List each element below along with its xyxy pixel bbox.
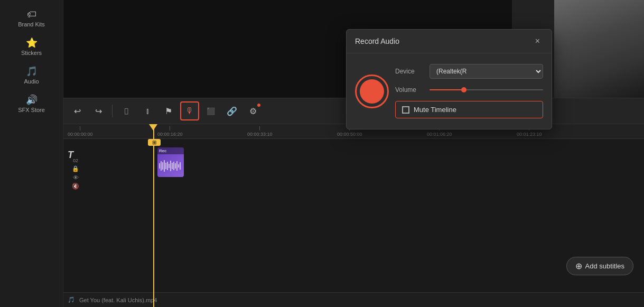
sidebar-item-label: Stickers bbox=[21, 50, 42, 56]
timeline-playhead bbox=[153, 124, 154, 307]
mute-label: Mute Timeline bbox=[414, 106, 456, 114]
sidebar-item-label: Audio bbox=[24, 78, 39, 85]
record-button[interactable] bbox=[355, 75, 389, 108]
sidebar-item-label: Brand Kits bbox=[18, 21, 45, 27]
toolbar-separator-1 bbox=[112, 105, 113, 117]
timeline-playhead-time: ⊞ bbox=[148, 139, 161, 146]
dialog-controls: Device (Realtek(R Volume bbox=[395, 64, 543, 118]
sidebar: 🏷 Brand Kits ⭐ Stickers 🎵 Audio 🔊 SFX St… bbox=[0, 0, 63, 307]
add-subtitles-button[interactable]: ⊕ Add subtitles bbox=[566, 257, 633, 275]
dialog-body: Device (Realtek(R Volume bbox=[347, 53, 552, 129]
svg-rect-11 bbox=[176, 161, 178, 171]
audio-track-label: Get You (feat. Kali Uchis).mp4 bbox=[79, 297, 157, 303]
sfx-store-icon: 🔊 bbox=[26, 95, 38, 105]
track-mute-icon[interactable]: 🔇 bbox=[72, 183, 79, 190]
dialog-close-button[interactable]: × bbox=[532, 36, 543, 46]
main-area: ⏸ ▶ ⏹ ↩ ↪ ⌷ ⫿ ⚑ 🎙 ⬛ 🔗 ⚙ 00:00:00:00 bbox=[63, 0, 644, 307]
svg-rect-7 bbox=[170, 161, 171, 171]
volume-slider-container bbox=[430, 89, 543, 90]
trim-button[interactable]: ⌷ bbox=[117, 101, 136, 120]
volume-label: Volume bbox=[395, 86, 424, 94]
record-audio-button[interactable]: 🎙 bbox=[180, 101, 199, 120]
track-row: 02 🔒 👁 🔇 Rec bbox=[83, 147, 640, 184]
caption-button[interactable]: ⬛ bbox=[201, 101, 220, 120]
svg-rect-3 bbox=[164, 160, 165, 172]
ruler-mark: 00:00:00:00 bbox=[68, 124, 93, 137]
ruler-mark: 00:00:16:20 bbox=[157, 124, 183, 137]
audio-track-row: 🎵 Get You (feat. Kali Uchis).mp4 bbox=[63, 292, 644, 307]
sidebar-item-label: SFX Store bbox=[18, 107, 45, 113]
brand-kits-icon: 🏷 bbox=[27, 10, 36, 19]
preview-thumbnail bbox=[554, 0, 644, 98]
thumbnail-image bbox=[554, 0, 644, 98]
track-clip-waveform bbox=[157, 154, 184, 177]
volume-slider[interactable] bbox=[430, 89, 543, 90]
dialog-header: Record Audio × bbox=[347, 30, 552, 53]
svg-rect-1 bbox=[161, 161, 162, 171]
svg-rect-6 bbox=[169, 164, 170, 168]
redo-button[interactable]: ↪ bbox=[89, 101, 108, 120]
audio-icon: 🎵 bbox=[26, 67, 38, 76]
svg-rect-12 bbox=[178, 164, 179, 168]
svg-rect-5 bbox=[167, 162, 168, 170]
svg-rect-9 bbox=[173, 162, 174, 170]
more-options-button[interactable]: ⚙ bbox=[244, 101, 263, 120]
track-clip-label: Rec bbox=[157, 147, 184, 154]
record-audio-dialog: Record Audio × Device bbox=[346, 29, 552, 129]
undo-button[interactable]: ↩ bbox=[68, 101, 87, 120]
record-circle bbox=[360, 79, 384, 104]
svg-rect-0 bbox=[159, 163, 160, 169]
device-row: Device (Realtek(R bbox=[395, 64, 543, 79]
device-label: Device bbox=[395, 68, 424, 75]
track-lock-icon[interactable]: 🔒 bbox=[72, 165, 79, 172]
volume-row: Volume bbox=[395, 86, 543, 94]
timeline-tracks: T 02 🔒 👁 🔇 Rec bbox=[63, 139, 644, 307]
audio-track-icon: 🎵 bbox=[68, 296, 75, 303]
svg-rect-2 bbox=[162, 162, 163, 170]
volume-thumb bbox=[461, 87, 466, 92]
add-subtitles-icon: ⊕ bbox=[575, 261, 582, 271]
svg-rect-13 bbox=[180, 162, 181, 170]
flag-button[interactable]: ⚑ bbox=[159, 101, 178, 120]
sidebar-item-audio[interactable]: 🎵 Audio bbox=[0, 61, 63, 90]
svg-rect-10 bbox=[175, 163, 176, 169]
dialog-main-row: Device (Realtek(R Volume bbox=[355, 64, 543, 118]
stickers-icon: ⭐ bbox=[26, 38, 38, 48]
sidebar-item-sfx-store[interactable]: 🔊 SFX Store bbox=[0, 90, 63, 118]
mute-row: Mute Timeline bbox=[395, 101, 543, 118]
svg-rect-8 bbox=[172, 163, 173, 169]
ruler-mark: 00:00:33:10 bbox=[247, 124, 273, 137]
sidebar-item-stickers[interactable]: ⭐ Stickers bbox=[0, 33, 63, 61]
link-button[interactable]: 🔗 bbox=[222, 101, 241, 120]
record-button-area bbox=[355, 75, 389, 108]
mute-checkbox[interactable] bbox=[402, 106, 409, 114]
track-number: 02 bbox=[73, 158, 78, 163]
add-subtitles-label: Add subtitles bbox=[585, 262, 624, 270]
track-visibility-icon[interactable]: 👁 bbox=[73, 174, 79, 181]
track-clip[interactable]: Rec bbox=[157, 147, 184, 177]
split-button[interactable]: ⫿ bbox=[138, 101, 157, 120]
dialog-title: Record Audio bbox=[355, 37, 399, 45]
device-select[interactable]: (Realtek(R bbox=[430, 64, 543, 79]
timeline: 00:00:00:00 00:00:16:20 00:00:33:10 00:0… bbox=[63, 124, 644, 307]
svg-rect-4 bbox=[165, 163, 166, 169]
sidebar-item-brand-kits[interactable]: 🏷 Brand Kits bbox=[0, 4, 63, 33]
